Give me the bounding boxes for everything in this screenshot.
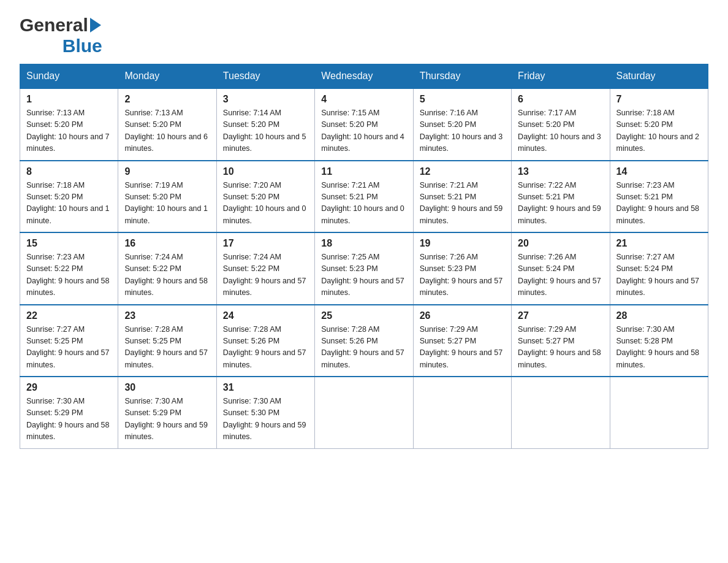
day-info: Sunrise: 7:14 AMSunset: 5:20 PMDaylight:… xyxy=(223,109,306,153)
day-number: 6 xyxy=(518,94,603,105)
day-info: Sunrise: 7:23 AMSunset: 5:22 PMDaylight:… xyxy=(26,253,110,297)
day-number: 2 xyxy=(124,94,210,105)
day-info: Sunrise: 7:24 AMSunset: 5:22 PMDaylight:… xyxy=(223,253,306,297)
day-info: Sunrise: 7:29 AMSunset: 5:27 PMDaylight:… xyxy=(420,325,503,369)
calendar-cell: 9 Sunrise: 7:19 AMSunset: 5:20 PMDayligh… xyxy=(118,161,216,233)
day-number: 19 xyxy=(420,238,505,249)
calendar-cell: 30 Sunrise: 7:30 AMSunset: 5:29 PMDaylig… xyxy=(118,377,216,448)
calendar-cell: 10 Sunrise: 7:20 AMSunset: 5:20 PMDaylig… xyxy=(216,161,314,233)
day-info: Sunrise: 7:30 AMSunset: 5:29 PMDaylight:… xyxy=(124,397,208,441)
weekday-header-wednesday: Wednesday xyxy=(315,64,413,89)
calendar-cell: 1 Sunrise: 7:13 AMSunset: 5:20 PMDayligh… xyxy=(20,88,118,161)
day-info: Sunrise: 7:27 AMSunset: 5:24 PMDaylight:… xyxy=(616,253,700,297)
calendar-cell: 11 Sunrise: 7:21 AMSunset: 5:21 PMDaylig… xyxy=(315,161,413,233)
day-number: 24 xyxy=(223,310,308,321)
calendar-cell: 29 Sunrise: 7:30 AMSunset: 5:29 PMDaylig… xyxy=(20,377,118,448)
calendar-week-row: 1 Sunrise: 7:13 AMSunset: 5:20 PMDayligh… xyxy=(20,88,708,161)
day-number: 14 xyxy=(616,166,702,177)
day-info: Sunrise: 7:20 AMSunset: 5:20 PMDaylight:… xyxy=(223,181,306,225)
logo: General Blue xyxy=(20,15,102,56)
day-number: 31 xyxy=(223,382,308,393)
weekday-header-saturday: Saturday xyxy=(610,64,708,89)
day-info: Sunrise: 7:25 AMSunset: 5:23 PMDaylight:… xyxy=(321,253,404,297)
calendar-cell: 16 Sunrise: 7:24 AMSunset: 5:22 PMDaylig… xyxy=(118,232,216,305)
weekday-header-tuesday: Tuesday xyxy=(216,64,314,89)
calendar-cell: 28 Sunrise: 7:30 AMSunset: 5:28 PMDaylig… xyxy=(610,305,708,377)
day-info: Sunrise: 7:13 AMSunset: 5:20 PMDaylight:… xyxy=(124,109,208,153)
calendar-cell: 4 Sunrise: 7:15 AMSunset: 5:20 PMDayligh… xyxy=(315,88,413,161)
day-info: Sunrise: 7:30 AMSunset: 5:28 PMDaylight:… xyxy=(616,325,700,369)
calendar-cell xyxy=(610,377,708,448)
day-info: Sunrise: 7:27 AMSunset: 5:25 PMDaylight:… xyxy=(26,325,110,369)
day-info: Sunrise: 7:16 AMSunset: 5:20 PMDaylight:… xyxy=(420,109,503,153)
calendar-cell xyxy=(512,377,610,448)
logo-general-text: General xyxy=(20,15,88,36)
calendar-cell: 18 Sunrise: 7:25 AMSunset: 5:23 PMDaylig… xyxy=(315,232,413,305)
calendar-week-row: 29 Sunrise: 7:30 AMSunset: 5:29 PMDaylig… xyxy=(20,377,708,448)
day-number: 16 xyxy=(124,238,210,249)
day-number: 8 xyxy=(26,166,112,177)
day-number: 22 xyxy=(26,310,112,321)
calendar-cell: 25 Sunrise: 7:28 AMSunset: 5:26 PMDaylig… xyxy=(315,305,413,377)
calendar-cell: 12 Sunrise: 7:21 AMSunset: 5:21 PMDaylig… xyxy=(413,161,511,233)
calendar-table: SundayMondayTuesdayWednesdayThursdayFrid… xyxy=(20,64,708,449)
day-info: Sunrise: 7:30 AMSunset: 5:29 PMDaylight:… xyxy=(26,397,110,441)
calendar-cell: 20 Sunrise: 7:26 AMSunset: 5:24 PMDaylig… xyxy=(512,232,610,305)
day-info: Sunrise: 7:26 AMSunset: 5:23 PMDaylight:… xyxy=(420,253,503,297)
day-number: 23 xyxy=(124,310,210,321)
day-info: Sunrise: 7:28 AMSunset: 5:25 PMDaylight:… xyxy=(124,325,208,369)
calendar-cell: 17 Sunrise: 7:24 AMSunset: 5:22 PMDaylig… xyxy=(216,232,314,305)
weekday-header-friday: Friday xyxy=(512,64,610,89)
day-number: 9 xyxy=(124,166,210,177)
calendar-header-row: SundayMondayTuesdayWednesdayThursdayFrid… xyxy=(20,64,708,89)
day-info: Sunrise: 7:21 AMSunset: 5:21 PMDaylight:… xyxy=(420,181,503,225)
calendar-cell: 8 Sunrise: 7:18 AMSunset: 5:20 PMDayligh… xyxy=(20,161,118,233)
day-number: 11 xyxy=(321,166,406,177)
day-number: 21 xyxy=(616,238,702,249)
day-number: 5 xyxy=(420,94,505,105)
day-info: Sunrise: 7:26 AMSunset: 5:24 PMDaylight:… xyxy=(518,253,601,297)
calendar-cell: 5 Sunrise: 7:16 AMSunset: 5:20 PMDayligh… xyxy=(413,88,511,161)
day-info: Sunrise: 7:29 AMSunset: 5:27 PMDaylight:… xyxy=(518,325,601,369)
day-info: Sunrise: 7:18 AMSunset: 5:20 PMDaylight:… xyxy=(616,109,700,153)
day-info: Sunrise: 7:24 AMSunset: 5:22 PMDaylight:… xyxy=(124,253,208,297)
day-number: 30 xyxy=(124,382,210,393)
day-info: Sunrise: 7:18 AMSunset: 5:20 PMDaylight:… xyxy=(26,181,110,225)
calendar-cell: 26 Sunrise: 7:29 AMSunset: 5:27 PMDaylig… xyxy=(413,305,511,377)
calendar-week-row: 8 Sunrise: 7:18 AMSunset: 5:20 PMDayligh… xyxy=(20,161,708,233)
calendar-cell: 27 Sunrise: 7:29 AMSunset: 5:27 PMDaylig… xyxy=(512,305,610,377)
calendar-week-row: 22 Sunrise: 7:27 AMSunset: 5:25 PMDaylig… xyxy=(20,305,708,377)
day-info: Sunrise: 7:22 AMSunset: 5:21 PMDaylight:… xyxy=(518,181,601,225)
calendar-cell: 2 Sunrise: 7:13 AMSunset: 5:20 PMDayligh… xyxy=(118,88,216,161)
weekday-header-monday: Monday xyxy=(118,64,216,89)
calendar-cell: 23 Sunrise: 7:28 AMSunset: 5:25 PMDaylig… xyxy=(118,305,216,377)
day-info: Sunrise: 7:30 AMSunset: 5:30 PMDaylight:… xyxy=(223,397,306,441)
day-number: 10 xyxy=(223,166,308,177)
calendar-week-row: 15 Sunrise: 7:23 AMSunset: 5:22 PMDaylig… xyxy=(20,232,708,305)
day-info: Sunrise: 7:21 AMSunset: 5:21 PMDaylight:… xyxy=(321,181,404,225)
day-info: Sunrise: 7:28 AMSunset: 5:26 PMDaylight:… xyxy=(223,325,306,369)
day-number: 18 xyxy=(321,238,406,249)
day-number: 4 xyxy=(321,94,406,105)
calendar-cell: 7 Sunrise: 7:18 AMSunset: 5:20 PMDayligh… xyxy=(610,88,708,161)
day-info: Sunrise: 7:23 AMSunset: 5:21 PMDaylight:… xyxy=(616,181,700,225)
calendar-cell: 13 Sunrise: 7:22 AMSunset: 5:21 PMDaylig… xyxy=(512,161,610,233)
day-number: 12 xyxy=(420,166,505,177)
day-number: 3 xyxy=(223,94,308,105)
day-number: 26 xyxy=(420,310,505,321)
day-info: Sunrise: 7:17 AMSunset: 5:20 PMDaylight:… xyxy=(518,109,601,153)
calendar-cell: 19 Sunrise: 7:26 AMSunset: 5:23 PMDaylig… xyxy=(413,232,511,305)
logo-blue-text: Blue xyxy=(63,36,102,56)
day-number: 7 xyxy=(616,94,702,105)
calendar-cell: 3 Sunrise: 7:14 AMSunset: 5:20 PMDayligh… xyxy=(216,88,314,161)
day-info: Sunrise: 7:28 AMSunset: 5:26 PMDaylight:… xyxy=(321,325,404,369)
day-info: Sunrise: 7:13 AMSunset: 5:20 PMDaylight:… xyxy=(26,109,110,153)
calendar-cell: 6 Sunrise: 7:17 AMSunset: 5:20 PMDayligh… xyxy=(512,88,610,161)
day-number: 25 xyxy=(321,310,406,321)
day-number: 15 xyxy=(26,238,112,249)
logo-arrow-icon xyxy=(90,18,101,33)
weekday-header-sunday: Sunday xyxy=(20,64,118,89)
weekday-header-thursday: Thursday xyxy=(413,64,511,89)
calendar-cell: 24 Sunrise: 7:28 AMSunset: 5:26 PMDaylig… xyxy=(216,305,314,377)
day-number: 20 xyxy=(518,238,603,249)
